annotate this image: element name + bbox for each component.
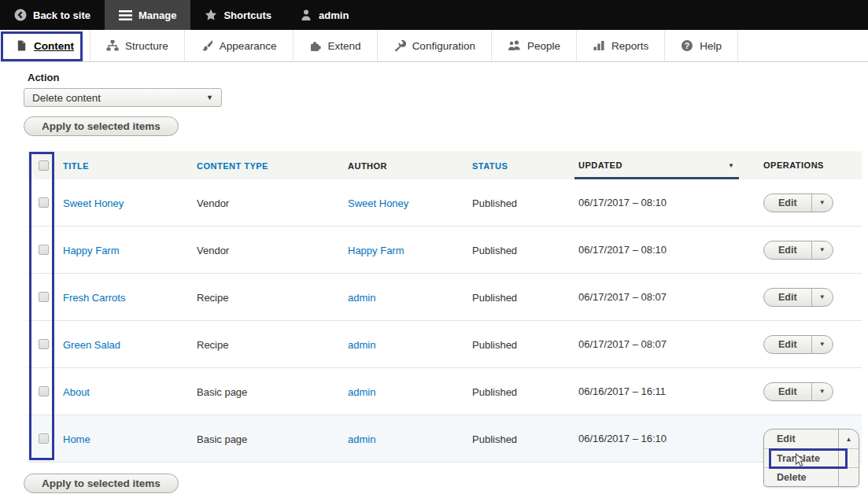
tab-content[interactable]: Content: [0, 30, 90, 61]
table-row: Fresh Carrots Recipe admin Published 06/…: [28, 274, 862, 321]
author-link[interactable]: admin: [348, 433, 375, 445]
edit-button[interactable]: Edit: [764, 336, 811, 353]
delete-menu-item[interactable]: Delete: [764, 468, 838, 486]
tab-help[interactable]: ? Help: [665, 30, 738, 61]
table-row: Home Basic page admin Published 06/16/20…: [28, 415, 862, 463]
tab-reports-label: Reports: [611, 40, 648, 52]
puzzle-icon: [309, 39, 322, 52]
dropbutton-toggle[interactable]: ▼: [811, 336, 833, 353]
shortcuts-button[interactable]: Shortcuts: [190, 0, 286, 30]
content-type-cell: Recipe: [197, 339, 228, 351]
row-checkbox[interactable]: [39, 245, 49, 255]
bar-chart-icon: [593, 39, 605, 52]
user-label: admin: [319, 9, 349, 21]
manage-button[interactable]: Manage: [105, 0, 190, 30]
sort-descending-icon: ▼: [728, 162, 734, 169]
apply-to-selected-button-bottom[interactable]: Apply to selected items: [24, 474, 179, 493]
title-link[interactable]: Home: [63, 433, 90, 445]
content-type-cell: Vendor: [197, 197, 229, 209]
content-table: TITLE CONTENT TYPE AUTHOR STATUS UPDATED…: [28, 151, 862, 463]
dropbutton-collapse-toggle[interactable]: ▲: [838, 429, 859, 448]
header-title[interactable]: TITLE: [63, 161, 89, 171]
edit-button[interactable]: Edit: [764, 194, 811, 212]
title-link[interactable]: Green Salad: [63, 339, 120, 351]
apply-button-label: Apply to selected items: [42, 120, 161, 132]
tab-content-label: Content: [34, 40, 74, 52]
operations-dropbutton: Edit ▼: [763, 335, 833, 354]
operations-dropbutton: Edit ▼: [763, 288, 833, 307]
edit-button[interactable]: Edit: [764, 383, 811, 400]
apply-button-label: Apply to selected items: [42, 477, 161, 489]
author-link[interactable]: Sweet Honey: [348, 197, 408, 209]
dropbutton-toggle[interactable]: ▼: [811, 383, 833, 400]
action-select[interactable]: Delete content ▼: [24, 88, 222, 107]
edit-button[interactable]: Edit: [764, 241, 811, 259]
title-link[interactable]: About: [63, 386, 90, 398]
header-updated[interactable]: UPDATED: [578, 160, 622, 170]
title-link[interactable]: Fresh Carrots: [63, 292, 125, 304]
back-to-site-button[interactable]: Back to site: [0, 0, 105, 30]
document-icon: [16, 39, 28, 52]
tab-structure[interactable]: Structure: [90, 30, 185, 61]
header-status[interactable]: STATUS: [472, 161, 508, 171]
author-link[interactable]: admin: [348, 292, 375, 304]
status-cell: Published: [472, 433, 517, 445]
tab-configuration[interactable]: Configuration: [378, 30, 492, 61]
updated-cell: 06/17/2017 – 08:10: [578, 197, 667, 208]
dropdown-row-translate: Translate: [764, 448, 859, 467]
author-link[interactable]: admin: [348, 386, 375, 398]
row-checkbox[interactable]: [39, 197, 49, 208]
title-link[interactable]: Happy Farm: [63, 245, 120, 256]
row-checkbox[interactable]: [39, 292, 49, 302]
title-link[interactable]: Sweet Honey: [63, 197, 124, 209]
table-row: Sweet Honey Vendor Sweet Honey Published…: [28, 179, 862, 227]
edit-menu-item[interactable]: Edit: [764, 429, 838, 448]
dropbutton-toggle[interactable]: ▼: [811, 241, 833, 259]
dropbutton-toggle[interactable]: ▼: [811, 194, 833, 212]
tab-reports[interactable]: Reports: [577, 30, 665, 61]
updated-cell: 06/17/2017 – 08:10: [578, 244, 667, 256]
translate-menu-item[interactable]: Translate: [764, 449, 838, 467]
tab-extend-label: Extend: [328, 40, 361, 52]
tab-configuration-label: Configuration: [412, 40, 475, 52]
header-content-type[interactable]: CONTENT TYPE: [197, 161, 268, 171]
content-overview-page: Action Delete content ▼ Apply to selecte…: [0, 62, 868, 494]
updated-cell: 06/16/2017 – 16:10: [578, 433, 667, 444]
dropbutton-toggle[interactable]: ▼: [811, 289, 833, 306]
content-type-cell: Basic page: [197, 386, 247, 398]
table-row: About Basic page admin Published 06/16/2…: [28, 368, 862, 415]
sitemap-icon: [106, 39, 119, 52]
edit-button[interactable]: Edit: [764, 289, 811, 306]
action-label: Action: [28, 72, 59, 83]
header-operations: OPERATIONS: [763, 160, 824, 170]
table-header-row: TITLE CONTENT TYPE AUTHOR STATUS UPDATED…: [28, 151, 862, 179]
user-menu-button[interactable]: admin: [286, 0, 363, 30]
author-link[interactable]: admin: [348, 339, 375, 351]
operations-dropbutton: Edit ▼: [763, 194, 833, 212]
content-type-cell: Vendor: [197, 245, 229, 256]
status-cell: Published: [472, 292, 517, 304]
back-to-site-label: Back to site: [33, 9, 90, 21]
select-all-checkbox[interactable]: [39, 160, 49, 171]
back-circle-icon: [14, 9, 27, 21]
tab-extend[interactable]: Extend: [294, 30, 378, 61]
row-checkbox[interactable]: [39, 433, 49, 444]
svg-text:?: ?: [685, 41, 689, 50]
status-cell: Published: [472, 339, 517, 351]
updated-cell: 06/16/2017 – 16:11: [578, 385, 666, 397]
tab-people[interactable]: People: [492, 30, 577, 61]
tab-help-label: Help: [700, 40, 722, 52]
row-checkbox[interactable]: [39, 339, 49, 349]
author-link[interactable]: Happy Farm: [348, 245, 404, 256]
tab-appearance-label: Appearance: [220, 40, 277, 52]
action-select-value: Delete content: [32, 92, 101, 104]
status-cell: Published: [472, 197, 517, 209]
row-checkbox[interactable]: [39, 386, 49, 396]
status-cell: Published: [472, 386, 517, 398]
tab-people-label: People: [527, 40, 560, 52]
apply-to-selected-button-top[interactable]: Apply to selected items: [24, 116, 179, 136]
dropdown-row-edit: Edit ▲: [764, 429, 859, 448]
tab-structure-label: Structure: [125, 40, 168, 52]
tab-appearance[interactable]: Appearance: [185, 30, 294, 61]
header-author: AUTHOR: [348, 161, 387, 171]
